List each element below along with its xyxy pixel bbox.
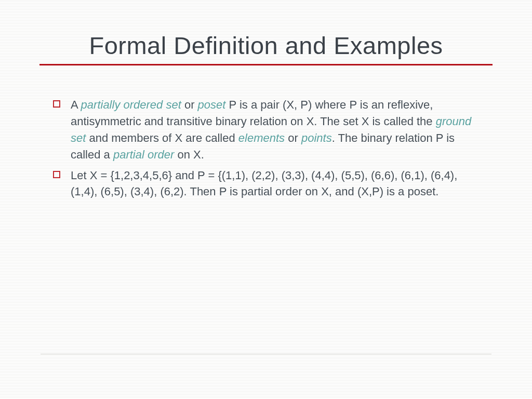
term-text: partially ordered set [81,98,181,111]
title-underline [39,64,493,65]
slide-title: Formal Definition and Examples [35,31,497,60]
term-text: points [301,131,332,144]
body-text: and members of X are called [86,131,238,144]
body-text: A [71,98,81,111]
bullet-item: A partially ordered set or poset P is a … [50,97,482,163]
body-text: or [181,98,198,111]
bullet-item: Let X = {1,2,3,4,5,6} and P = {(1,1), (2… [50,167,482,201]
footer-rule [41,354,491,354]
term-text: poset [198,98,226,111]
body-text: Let X = {1,2,3,4,5,6} and P = {(1,1), (2… [71,169,457,198]
body-text: on X. [174,148,204,161]
term-text: elements [238,131,285,144]
body-text: or [285,131,301,144]
term-text: partial order [113,148,174,161]
slide: Formal Definition and Examples A partial… [0,0,532,399]
bullet-list: A partially ordered set or poset P is a … [50,97,482,200]
slide-body: A partially ordered set or poset P is a … [50,97,482,200]
